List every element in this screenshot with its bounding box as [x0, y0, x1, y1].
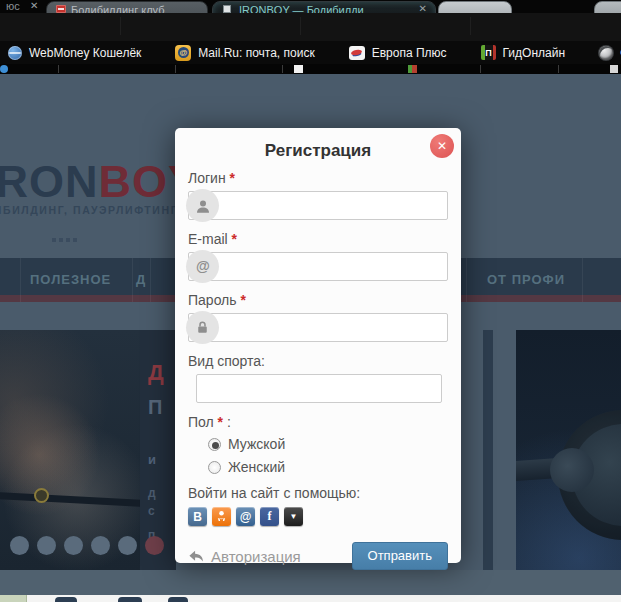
facebook-icon[interactable]: f — [260, 507, 279, 526]
radio-male[interactable] — [208, 438, 221, 451]
bookmark-europa-plus[interactable]: Европа Плюс — [349, 46, 447, 60]
email-input[interactable] — [188, 252, 448, 281]
europa-plus-icon — [349, 46, 365, 60]
strip-color-icon — [408, 65, 417, 73]
bookmark-label: WebMoney Кошелёк — [29, 46, 141, 60]
password-field-wrap — [188, 313, 448, 343]
hero-text-fragment: д — [148, 486, 156, 500]
label-text: Пол — [188, 414, 214, 430]
logo-part1: IRON — [0, 156, 99, 207]
login-input[interactable] — [188, 191, 448, 220]
section-divider-band — [0, 570, 621, 595]
label-text: Пароль — [188, 292, 237, 308]
tab-label: IRONBOY — Бодибилди — [239, 4, 364, 13]
label-text: Логин — [188, 170, 226, 186]
hero-gap — [460, 330, 516, 570]
strip-blue-icon — [0, 65, 8, 73]
email-label: E-mail * — [188, 231, 448, 247]
login-label: Логин * — [188, 170, 448, 186]
gender-option-male[interactable]: Мужской — [208, 436, 448, 452]
strip-right-icon — [610, 65, 618, 73]
logo-dots — [52, 238, 77, 242]
medal-badge — [34, 488, 49, 503]
radio-label: Женский — [228, 459, 285, 475]
submit-button[interactable]: Отправить — [352, 542, 448, 570]
content-section-top — [0, 595, 621, 602]
modal-title: Регистрация — [175, 141, 461, 161]
slider-dots — [10, 536, 164, 555]
gender-label-row: Пол * : — [188, 414, 448, 430]
label-text: E-mail — [188, 231, 228, 247]
sport-input[interactable] — [196, 374, 442, 403]
gender-option-female[interactable]: Женский — [208, 459, 448, 475]
authorization-link-text: Авторизация — [211, 548, 301, 565]
slider-dot-active[interactable] — [145, 536, 164, 555]
modal-bottom-row: Авторизация Отправить — [188, 542, 448, 570]
required-asterisk: * — [230, 170, 235, 186]
gidonline-icon: П — [481, 45, 496, 60]
required-asterisk: * — [218, 414, 223, 430]
hero-text-fragment: Д — [148, 360, 164, 386]
vk-icon[interactable]: В — [188, 507, 207, 526]
hero-text-fragment: П — [148, 396, 162, 419]
more-providers-icon[interactable]: ▼ — [284, 507, 303, 526]
bookmark-mailru[interactable]: @ Mail.Ru: почта, поиск — [175, 45, 314, 61]
slider-dot[interactable] — [91, 536, 110, 555]
hero-text-fragment: и — [148, 452, 156, 467]
headline-fragment — [168, 597, 188, 602]
nav-item-poleznoe[interactable]: ПОЛЕЗНОЕ — [30, 272, 111, 287]
browser-tab-partial[interactable] — [438, 1, 512, 13]
browser-tab-inactive[interactable]: Бодибилдинг клуб — [46, 1, 208, 13]
screenshot-root: юс ✕ Бодибилдинг клуб IRONBOY — Бодибилд… — [0, 0, 621, 602]
password-input[interactable] — [188, 313, 448, 342]
authorization-link[interactable]: Авторизация — [188, 548, 301, 565]
slider-dot[interactable] — [10, 536, 29, 555]
social-login-row: В @ f ▼ — [188, 507, 448, 526]
required-asterisk: * — [232, 231, 237, 247]
bookmark-label: Европа Плюс — [372, 46, 447, 60]
at-glyph: @ — [178, 47, 189, 58]
football-icon — [599, 46, 613, 60]
social-login-label: Войти на сайт с помощью: — [188, 485, 448, 501]
nav-item-ot-profi[interactable]: ОТ ПРОФИ — [487, 272, 565, 287]
bookmarks-bar: WebMoney Кошелёк @ Mail.Ru: почта, поиск… — [0, 41, 621, 64]
required-asterisk: * — [240, 292, 245, 308]
tab-close-icon[interactable]: ✕ — [419, 3, 427, 13]
lock-icon — [186, 311, 219, 344]
sport-label: Вид спорта: — [188, 353, 448, 369]
registration-modal: ✕ Регистрация Логин * E-mail * @ — [175, 128, 461, 563]
webmoney-globe-icon — [8, 46, 22, 60]
reply-arrow-icon — [188, 549, 205, 564]
mailru-login-icon[interactable]: @ — [236, 507, 255, 526]
browser-tab-corner[interactable] — [594, 1, 621, 13]
svg-text:@: @ — [196, 258, 210, 274]
mailru-at-icon: @ — [175, 45, 191, 61]
bookmark-football[interactable]: Футбольные онлайн — [599, 46, 621, 60]
login-field-wrap — [188, 191, 448, 221]
strip-white-icon — [294, 65, 303, 73]
modal-close-button[interactable]: ✕ — [430, 134, 454, 158]
odnoklassniki-icon[interactable] — [212, 507, 231, 526]
bookmark-webmoney[interactable]: WebMoney Кошелёк — [8, 46, 141, 60]
browser-toolbar-band — [0, 13, 621, 41]
hero-photo-dumbbell — [516, 330, 621, 570]
label-text: Вид спорта: — [188, 353, 265, 369]
page-top-strip — [0, 64, 621, 74]
article-thumbnail — [0, 595, 27, 602]
tab-favicon-icon — [56, 5, 66, 13]
at-icon: @ — [186, 250, 219, 283]
bookmark-label: ГидОнлайн — [503, 46, 566, 60]
registration-form: Логин * E-mail * @ Пароль * — [175, 170, 461, 570]
headline-fragment — [118, 597, 142, 602]
nav-item-cut[interactable]: Д — [136, 272, 146, 287]
radio-female[interactable] — [208, 461, 221, 474]
tab-close-icon[interactable]: ✕ — [30, 0, 38, 11]
hero-text-fragment: с — [148, 504, 155, 518]
browser-tab-active[interactable]: IRONBOY — Бодибилди ✕ — [212, 1, 436, 13]
slider-dot[interactable] — [37, 536, 56, 555]
slider-dot[interactable] — [64, 536, 83, 555]
bookmark-gidonline[interactable]: П ГидОнлайн — [481, 45, 566, 60]
dumbbell-hub — [550, 448, 594, 492]
password-label: Пароль * — [188, 292, 448, 308]
slider-dot[interactable] — [118, 536, 137, 555]
